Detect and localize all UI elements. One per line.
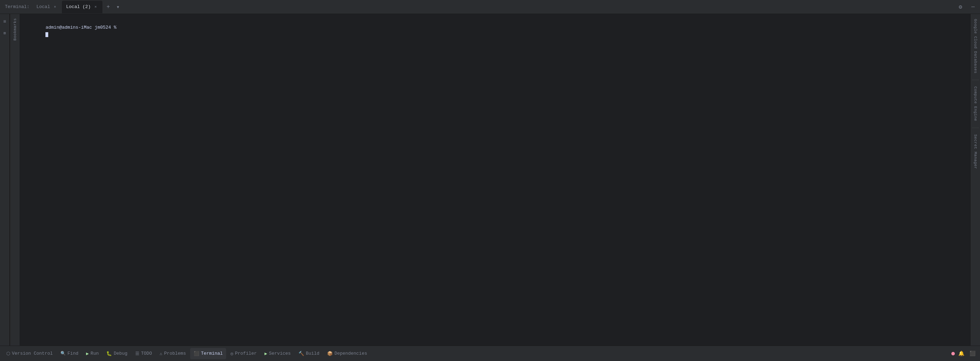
status-bar: ⬡ Version Control 🔍 Find ▶ Run 🐛 Debug ☰…	[0, 346, 980, 361]
terminal-label: Terminal:	[2, 4, 32, 10]
find-icon: 🔍	[60, 351, 66, 356]
error-indicator	[951, 352, 955, 355]
build-label: Build	[306, 351, 320, 356]
left-panel: Bookmarks admin@admins-iMac jm0524 % Goo…	[10, 14, 980, 346]
terminal-cursor	[45, 32, 48, 37]
run-label: Run	[91, 351, 99, 356]
structure-icon-2[interactable]: ⊞	[0, 28, 10, 38]
find-button[interactable]: 🔍 Find	[57, 348, 82, 359]
tab-bar-right: ⚙ —	[956, 2, 978, 12]
version-control-button[interactable]: ⬡ Version Control	[3, 348, 56, 359]
todo-button[interactable]: ☰ TODO	[132, 348, 156, 359]
dependencies-icon: 📦	[327, 351, 333, 356]
right-sidebar-divider-1	[972, 80, 979, 80]
debug-button[interactable]: 🐛 Debug	[103, 348, 131, 359]
notifications-icon[interactable]: 🔔	[956, 349, 966, 359]
bookmarks-sidebar: Bookmarks	[10, 14, 19, 346]
structure-panel: ≡ ⊞	[0, 14, 10, 346]
tab-local-1-close[interactable]: ×	[52, 4, 58, 10]
terminal-prompt-line: admin@admins-iMac jm0524 %	[24, 17, 966, 46]
terminal-prompt: admin@admins-iMac jm0524 %	[45, 25, 116, 30]
todo-label: TODO	[141, 351, 152, 356]
debug-icon: 🐛	[106, 351, 112, 356]
terminal-icon: ⬛	[194, 351, 199, 356]
find-label: Find	[67, 351, 78, 356]
secret-manager-tab[interactable]: Secret Manager	[972, 129, 979, 174]
services-label: Services	[269, 351, 290, 356]
profiler-icon: ◎	[230, 351, 233, 356]
google-cloud-databases-tab[interactable]: Google Cloud Databases	[972, 14, 979, 78]
add-tab-button[interactable]: +	[104, 3, 112, 11]
main-area: ≡ ⊞ Bookmarks admin@admins-iMac jm0524 %…	[0, 14, 980, 346]
run-icon: ▶	[86, 351, 89, 356]
layout-icon[interactable]: ⬛	[967, 349, 977, 359]
services-icon: ▶	[264, 351, 267, 356]
tab-bar: Terminal: Local × Local (2) × + ▾ ⚙ —	[0, 0, 980, 14]
terminal-button[interactable]: ⬛ Terminal	[190, 348, 226, 359]
right-sidebar-divider-2	[972, 128, 979, 128]
profiler-button[interactable]: ◎ Profiler	[227, 348, 260, 359]
build-button[interactable]: 🔨 Build	[295, 348, 323, 359]
run-button[interactable]: ▶ Run	[83, 348, 102, 359]
bookmarks-tab[interactable]: Bookmarks	[11, 14, 19, 45]
minimize-icon[interactable]: —	[968, 2, 978, 12]
tab-dropdown-button[interactable]: ▾	[114, 3, 122, 11]
tab-local-2-close[interactable]: ×	[92, 4, 98, 10]
dependencies-label: Dependencies	[334, 351, 368, 356]
problems-label: Problems	[164, 351, 186, 356]
tab-local-1-label: Local	[37, 4, 50, 10]
tab-local-2-label: Local (2)	[66, 4, 91, 10]
debug-label: Debug	[114, 351, 127, 356]
problems-icon: ⚠	[160, 351, 162, 356]
dependencies-button[interactable]: 📦 Dependencies	[324, 348, 371, 359]
build-icon: 🔨	[299, 351, 304, 356]
version-control-label: Version Control	[12, 351, 53, 356]
services-button[interactable]: ▶ Services	[261, 348, 294, 359]
tab-actions: + ▾	[104, 3, 122, 11]
todo-icon: ☰	[135, 351, 140, 356]
status-bar-right: 🔔 ⬛	[951, 349, 977, 359]
profiler-label: Profiler	[235, 351, 256, 356]
tab-local-2[interactable]: Local (2) ×	[62, 1, 102, 13]
problems-button[interactable]: ⚠ Problems	[156, 348, 189, 359]
tab-local-1[interactable]: Local ×	[32, 1, 62, 13]
right-sidebar: Google Cloud Databases Compute Engine Se…	[970, 14, 980, 346]
terminal-content[interactable]: admin@admins-iMac jm0524 %	[19, 14, 970, 346]
compute-engine-tab[interactable]: Compute Engine	[972, 81, 979, 126]
terminal-label: Terminal	[201, 351, 223, 356]
structure-icon[interactable]: ≡	[0, 17, 10, 27]
version-control-icon: ⬡	[6, 351, 10, 356]
settings-icon[interactable]: ⚙	[956, 2, 965, 12]
